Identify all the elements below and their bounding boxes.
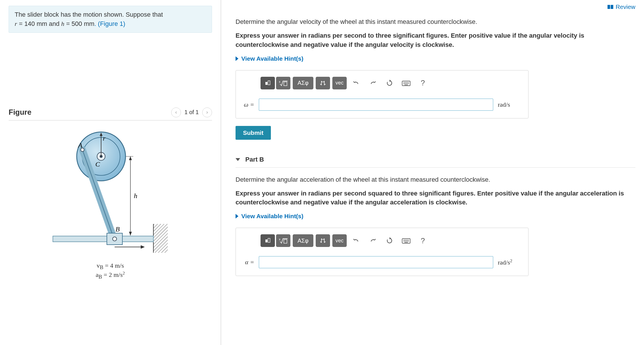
svg-marker-40	[390, 237, 391, 239]
svg-text:x: x	[279, 80, 280, 83]
part-a-answer-input[interactable]	[259, 99, 493, 111]
vector-button[interactable]: vec	[332, 234, 347, 247]
svg-marker-21	[141, 245, 145, 249]
math-root-button[interactable]: x	[276, 234, 290, 247]
unit-prefix: rad/s	[498, 259, 510, 266]
svg-rect-3	[53, 236, 153, 242]
svg-rect-39	[284, 239, 287, 243]
svg-rect-37	[268, 238, 270, 242]
svg-rect-28	[268, 81, 270, 85]
part-a-question: Determine the angular velocity of the wh…	[236, 17, 635, 26]
caret-down-icon	[236, 158, 240, 161]
part-b-answer-row: α = rad/s2	[243, 256, 521, 268]
figure-pager: ‹ 1 of 1 ›	[171, 108, 212, 117]
omega-label: ω =	[243, 101, 254, 108]
caret-right-icon	[236, 214, 238, 218]
svg-text:A: A	[78, 141, 82, 149]
hints-label: View Available Hint(s)	[241, 55, 303, 62]
help-button[interactable]: ?	[416, 77, 430, 89]
svg-rect-1	[153, 224, 168, 253]
greek-symbols-button[interactable]: ΑΣφ	[293, 234, 313, 247]
caret-right-icon	[236, 56, 238, 61]
part-b-title: Part B	[245, 156, 264, 163]
redo-button[interactable]	[366, 77, 380, 89]
part-b-unit: rad/s2	[498, 258, 521, 266]
svg-text:r: r	[103, 135, 106, 142]
svg-point-19	[113, 237, 117, 241]
equation-toolbar-b: x ΑΣφ vec ?	[261, 234, 521, 247]
part-b-hints-toggle[interactable]: View Available Hint(s)	[236, 213, 635, 220]
subscript-superscript-button[interactable]	[316, 234, 330, 247]
part-a-answer-panel: x ΑΣφ vec ? ω = rad/s	[236, 70, 529, 118]
part-a-instructions: Express your answer in radians per secon…	[236, 31, 635, 49]
aB-val: = 2 m/s	[102, 271, 123, 279]
part-a-unit: rad/s	[498, 101, 521, 108]
val-r: = 140 mm	[17, 20, 47, 27]
svg-rect-27	[265, 82, 267, 85]
template-picker-button[interactable]	[261, 77, 275, 89]
equation-toolbar: x ΑΣφ vec ?	[261, 77, 521, 89]
part-a-answer-row: ω = rad/s	[243, 99, 521, 111]
problem-statement: The slider block has the motion shown. S…	[9, 6, 212, 33]
var-h: h	[61, 20, 64, 27]
figure-link[interactable]: . (Figure 1)	[95, 20, 126, 27]
vB-val: = 4 m/s	[103, 262, 124, 269]
subscript-superscript-button[interactable]	[316, 77, 330, 89]
reset-button[interactable]	[382, 234, 397, 247]
figure-equations: vB = 4 m/s aB = 2 m/s2	[9, 262, 212, 280]
reset-button[interactable]	[382, 77, 397, 89]
prev-figure-button[interactable]: ‹	[171, 108, 181, 117]
pager-label: 1 of 1	[184, 109, 199, 116]
undo-button[interactable]	[349, 77, 363, 89]
problem-text: The slider block has the motion shown. S…	[15, 11, 163, 18]
next-figure-button[interactable]: ›	[202, 108, 212, 117]
part-b-header[interactable]: Part B	[236, 151, 635, 168]
vB-var: v	[97, 262, 100, 269]
svg-text:x: x	[279, 238, 280, 241]
keyboard-button[interactable]	[399, 234, 413, 247]
submit-button[interactable]: Submit	[236, 126, 271, 140]
aB-var: a	[96, 271, 99, 279]
right-panel: Review Determine the angular velocity of…	[221, 0, 644, 345]
svg-marker-6	[129, 232, 132, 235]
unit-sq: 2	[510, 258, 512, 263]
aB-sub: B	[99, 274, 102, 280]
svg-text:h: h	[134, 192, 137, 200]
figure-section: Figure ‹ 1 of 1 ›	[9, 108, 212, 280]
template-picker-button[interactable]	[261, 234, 275, 247]
greek-symbols-button[interactable]: ΑΣφ	[293, 77, 313, 89]
alpha-label: α =	[243, 258, 254, 266]
svg-rect-30	[284, 82, 287, 86]
part-b-answer-input[interactable]	[259, 256, 493, 268]
var-r: r	[15, 20, 17, 27]
left-panel: The slider block has the motion shown. S…	[0, 0, 221, 345]
figure-title: Figure	[9, 108, 31, 117]
svg-text:C: C	[95, 160, 100, 168]
svg-text:B: B	[115, 225, 120, 233]
undo-button[interactable]	[349, 234, 363, 247]
vector-button[interactable]: vec	[332, 77, 347, 89]
hints-label-b: View Available Hint(s)	[241, 213, 303, 220]
figure-header: Figure ‹ 1 of 1 ›	[9, 108, 212, 120]
help-button[interactable]: ?	[416, 234, 430, 247]
keyboard-button[interactable]	[399, 77, 413, 89]
review-link[interactable]: Review	[608, 3, 635, 10]
redo-button[interactable]	[366, 234, 380, 247]
val-h: = 500 mm	[64, 20, 95, 27]
aB-sq: 2	[123, 271, 125, 275]
part-b-instructions: Express your answer in radians per secon…	[236, 189, 635, 207]
vB-sub: B	[100, 264, 103, 270]
and: and	[47, 20, 61, 27]
review-label: Review	[616, 3, 635, 10]
svg-rect-36	[265, 239, 267, 242]
figure-diagram: A C r h B	[9, 129, 212, 267]
part-a-hints-toggle[interactable]: View Available Hint(s)	[236, 55, 635, 62]
svg-marker-31	[390, 80, 391, 82]
svg-marker-5	[129, 156, 132, 160]
part-b-question: Determine the angular acceleration of th…	[236, 175, 635, 184]
math-root-button[interactable]: x	[276, 77, 290, 89]
part-b-answer-panel: x ΑΣφ vec ? α = rad/s2	[236, 228, 529, 276]
split-view-icon	[608, 5, 613, 9]
